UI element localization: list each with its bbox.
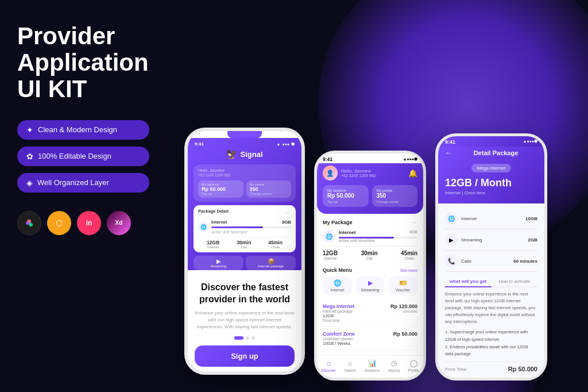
pkg1-price: Rp 120.000 [390, 303, 417, 309]
feature-internet: 🌐 Internet 10GB [445, 208, 537, 229]
p2-hello: Hello, Jasmine [341, 168, 405, 174]
p1-stat-internet: 12GB [207, 240, 219, 245]
price-label: Price Total [445, 367, 466, 372]
bell-icon[interactable]: 🔔 [408, 169, 417, 178]
tab-how-activate[interactable]: How to activate [492, 276, 538, 286]
feature-calls: 📞 Calls 60 minutes [445, 251, 537, 272]
editable-icon: ✿ [26, 152, 33, 161]
quick-internet[interactable]: 🌐Internet [323, 276, 352, 295]
feature-badge-clean[interactable]: ✦ Clean & Modern Design [17, 120, 149, 140]
p2-pts-amount: 350 [377, 193, 413, 199]
pkg1-size: 12GB [323, 313, 354, 318]
p2-pts-label: My points [377, 189, 413, 193]
p3-title: Detail Package [454, 149, 537, 156]
p1-bal-action: Top up [202, 192, 240, 195]
quick-voucher[interactable]: 🎫Voucher [388, 276, 417, 295]
feature-badge-organized[interactable]: ◈ Well Organized Layer [17, 173, 149, 193]
p1-stat-call: 30min [237, 240, 252, 245]
layer-icon: ◈ [26, 178, 33, 187]
p3-time: 9:41 [445, 139, 455, 145]
p1-pkg-header: Package Detail [198, 209, 229, 217]
p1-pts-amt: 350 [250, 186, 288, 192]
xd-icon[interactable]: Xd [107, 211, 131, 235]
page-title: Provider Application UI KIT [17, 23, 149, 103]
p2-phone: +62 3245 1289 982 [341, 174, 405, 178]
feature-streaming-label: Streaming [461, 237, 482, 243]
tab-what-you-get[interactable]: what will you get [445, 276, 492, 287]
feature-badge-editable[interactable]: ✿ 100% Editable Design [17, 147, 149, 166]
price-row: Price Total Rp 50.000 [445, 362, 537, 376]
pkg-list-1: 1. Supercharge your online experience wi… [445, 329, 537, 344]
pkg2-price: Rp 50.000 [393, 331, 417, 337]
signup-button[interactable]: Sign up [195, 345, 295, 367]
feature-calls-label: Calls [461, 259, 471, 264]
pkg-list-2: 2. Endless possibilities await with our … [445, 344, 537, 359]
p2-active: Active until November [339, 239, 417, 243]
pkg-comfort-zone[interactable]: Comfort Zone Unlimited stream 10GB / Wee… [323, 327, 417, 351]
p1-phone: +62 3245 1289 982 [198, 173, 291, 177]
phone1-time: 9:41 [195, 141, 204, 147]
phone2-time: 9:41 [323, 156, 332, 162]
p2-bal-label: My balance [327, 189, 364, 193]
phone1-title: Discover the fastest provider in the wor… [195, 282, 295, 306]
title-block: Provider Application UI KIT [17, 23, 149, 103]
pkg1-freq: Once time [323, 318, 354, 322]
my-package-label: My Package [323, 220, 353, 225]
phone-detail: 9:41 ▲●●●⬟ ← Detail Package Mega Interne… [435, 133, 547, 381]
p3-body: 🌐 Internet 10GB ▶ Streaming 2GB 📞 Call [438, 203, 544, 378]
figma-icon[interactable] [17, 211, 41, 235]
internet-icon: 🌐 [323, 230, 335, 243]
sketch-icon[interactable]: ⬡ [47, 211, 71, 235]
phone-dashboard: 9:41 ▲●●●⬟ 👤 Hello, Jasmine +62 3245 128… [314, 151, 426, 381]
p2-bal-amount: Rp 50.000 [327, 193, 364, 199]
nav-profile[interactable]: ◯ Profile [408, 359, 419, 372]
pkg1-name: Mega Internet [323, 303, 354, 309]
p2-avatar: 👤 [323, 166, 338, 180]
nav-discover[interactable]: ⌂ Discover [321, 359, 335, 372]
see-more-link[interactable]: See more [400, 268, 417, 272]
p1-pkg-gb: 8GB [283, 220, 291, 225]
p1-hello: Hello, Jasmine [198, 168, 291, 172]
pkg2-size: 10GB / Weeks [323, 341, 355, 346]
p3-header: ← Detail Package Mega Internet 12GB / Mo… [438, 147, 544, 203]
pkg-size: 12GB / Month [445, 177, 537, 189]
internet-icon: 🌐 [445, 212, 458, 225]
tool-icons: ⬡ in Xd [17, 211, 149, 235]
nav-history[interactable]: ◷ History [388, 359, 400, 372]
nav-search[interactable]: ⌕ Search [345, 359, 357, 372]
p1-bal-amt: Rp 50.000 [202, 186, 240, 192]
invision-icon[interactable]: in [77, 211, 101, 235]
p2-change-pts: Change points [377, 200, 413, 203]
pkg-description: Enhance your online experience to the ne… [445, 291, 537, 325]
feature-internet-label: Internet [461, 216, 477, 221]
price-value: Rp 50.000 [508, 366, 537, 372]
p2-topup: Top up [327, 200, 364, 203]
feature-calls-val: 60 minutes [513, 259, 537, 264]
detail-tabs: what will you get How to activate [445, 276, 537, 287]
phones-area: 9:41 ▲●●●⬟ 🦅 Signal Hello, Jasmine +62 3… [161, 17, 571, 381]
pkg2-name: Comfort Zone [323, 331, 355, 337]
p1-pts-action: Change points [250, 192, 288, 195]
clean-icon: ✦ [26, 125, 33, 134]
phone1-subtitle: Enhance your online experience to the ne… [195, 310, 295, 330]
pkg-mega-internet[interactable]: Mega Internet Internet package 12GB Once… [323, 299, 417, 327]
package-badge: Mega Internet [471, 164, 511, 172]
p3-status-bar: 9:41 ▲●●●⬟ [438, 136, 544, 147]
quick-streaming[interactable]: ▶Streaming [355, 276, 385, 295]
signal-icon: 🦅 [226, 149, 238, 160]
p1-stat-chats: 45min [268, 240, 283, 245]
bottom-nav: ⌂ Discover ⌕ Search 📊 Analytics ◷ Histor… [317, 355, 423, 376]
nav-analytics[interactable]: 📊 Analytics [365, 359, 380, 372]
p2-pkg-gb: 8GB [409, 230, 417, 235]
back-button[interactable]: ← [445, 149, 452, 157]
feature-internet-val: 10GB [525, 216, 537, 221]
phone-onboarding: 9:41 ▲●●●⬟ 🦅 Signal Hello, Jasmine +62 3… [184, 128, 305, 375]
pkg1-type: Internet package [323, 309, 354, 313]
p1-pkg-type: Internet [211, 220, 227, 225]
feature-streaming: ▶ Streaming 2GB [445, 229, 537, 251]
pkg-type: Internet | Once time [445, 190, 537, 195]
pkg1-old: 150.000 [390, 309, 417, 313]
quick-menu-label: Quick Menu [323, 267, 352, 273]
calls-icon: 📞 [445, 255, 458, 267]
p2-pkg-name: Internet [339, 230, 355, 235]
